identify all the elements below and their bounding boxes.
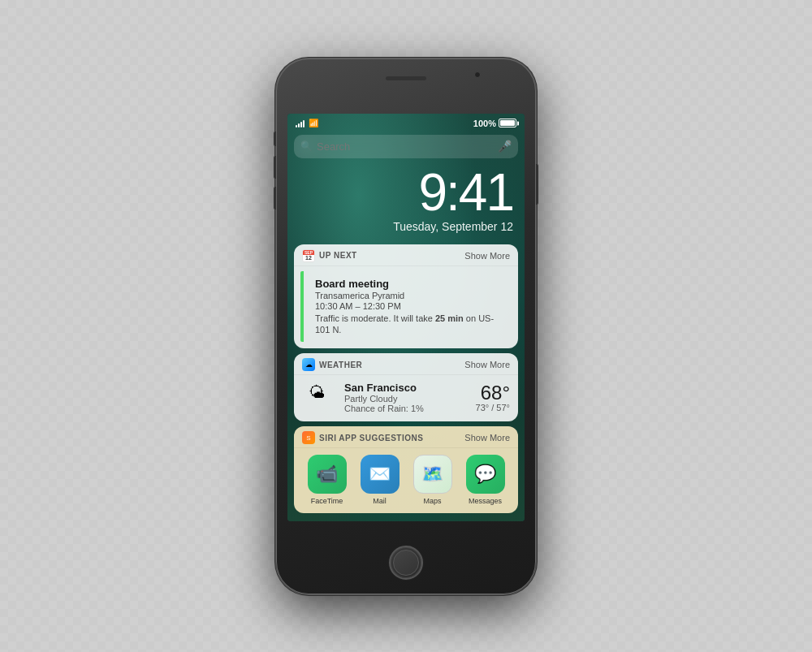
- calendar-show-more-button[interactable]: Show More: [464, 251, 510, 261]
- siri-icon: S: [302, 431, 315, 444]
- status-right: 100%: [473, 119, 516, 128]
- event-location: Transamerica Pyramid: [315, 291, 503, 300]
- power-button[interactable]: [536, 164, 538, 205]
- up-next-label: UP NEXT: [319, 251, 357, 260]
- battery-body: [499, 119, 516, 127]
- battery-icon: [499, 119, 516, 127]
- event-traffic-bold: 25 min: [435, 313, 464, 323]
- calendar-event-content: Board meeting Transamerica Pyramid 10:30…: [300, 271, 512, 343]
- weather-header-left: ☁ WEATHER: [302, 358, 362, 371]
- weather-show-more-button[interactable]: Show More: [464, 360, 510, 369]
- weather-info: San Francisco Partly Cloudy Chance of Ra…: [344, 382, 469, 413]
- calendar-day: 12: [303, 255, 314, 261]
- siri-app-facetime[interactable]: 📹 FaceTime: [308, 455, 347, 505]
- battery-fill: [500, 120, 515, 126]
- front-camera: [474, 71, 481, 78]
- weather-rain-chance: Chance of Rain: 1%: [344, 404, 469, 413]
- clock-time: 9:41: [299, 166, 513, 218]
- weather-card-content: 🌤 San Francisco Partly Cloudy Chance of …: [294, 375, 518, 421]
- weather-icon-area: 🌤: [302, 383, 338, 412]
- siri-app-mail[interactable]: ✉️ Mail: [361, 455, 400, 505]
- signal-bar-2: [298, 123, 300, 127]
- facetime-label: FaceTime: [311, 497, 343, 505]
- home-button[interactable]: [389, 546, 423, 580]
- weather-temperature: 68°: [476, 383, 510, 403]
- mail-label: Mail: [373, 497, 387, 505]
- signal-indicator: [296, 119, 304, 127]
- calendar-header-left: SEP 12 UP NEXT: [302, 249, 357, 262]
- mute-switch[interactable]: [274, 132, 276, 146]
- facetime-icon: 📹: [308, 455, 347, 494]
- clock-date: Tuesday, September 12: [299, 220, 513, 233]
- search-bar[interactable]: 🔍 🎤: [294, 135, 518, 158]
- maps-symbol: 🗺️: [421, 464, 443, 485]
- weather-city: San Francisco: [344, 382, 469, 394]
- volume-up-button[interactable]: [274, 156, 276, 179]
- maps-icon: 🗺️: [413, 455, 452, 494]
- messages-label: Messages: [469, 497, 502, 505]
- siri-app-messages[interactable]: 💬 Messages: [466, 455, 505, 505]
- status-bar: 📶 100%: [287, 114, 525, 132]
- notifications-area: SEP 12 UP NEXT Show More Board meeting T…: [287, 238, 525, 514]
- calendar-icon: SEP 12: [302, 249, 315, 262]
- event-traffic-text-1: Traffic is moderate. It will take: [315, 313, 435, 323]
- siri-label: SIRI APP SUGGESTIONS: [319, 434, 423, 443]
- status-left: 📶: [296, 119, 318, 127]
- mail-symbol: ✉️: [369, 464, 391, 485]
- siri-apps-grid: 📹 FaceTime ✉️ Mail 🗺️: [294, 448, 518, 513]
- siri-show-more-button[interactable]: Show More: [464, 433, 510, 443]
- calendar-card-header: SEP 12 UP NEXT Show More: [294, 244, 518, 266]
- facetime-symbol: 📹: [316, 464, 338, 485]
- weather-high-low: 73° / 57°: [476, 403, 510, 412]
- calendar-notification-card[interactable]: SEP 12 UP NEXT Show More Board meeting T…: [294, 244, 518, 349]
- siri-notification-card[interactable]: S SIRI APP SUGGESTIONS Show More 📹 FaceT…: [294, 426, 518, 513]
- cloud-small-icon: ☁: [305, 361, 313, 369]
- mail-icon: ✉️: [361, 455, 400, 494]
- microphone-icon[interactable]: 🎤: [498, 140, 512, 153]
- signal-bar-3: [300, 122, 302, 127]
- weather-label: WEATHER: [319, 361, 362, 369]
- event-title: Board meeting: [315, 278, 503, 290]
- weather-app-icon: ☁: [302, 358, 315, 371]
- siri-symbol: S: [306, 434, 310, 442]
- messages-icon: 💬: [466, 455, 505, 494]
- phone-screen: 📶 100% 🔍 🎤 9:41: [287, 114, 525, 521]
- phone: 📶 100% 🔍 🎤 9:41: [276, 58, 536, 594]
- weather-condition: Partly Cloudy: [344, 394, 469, 404]
- siri-header-left: S SIRI APP SUGGESTIONS: [302, 431, 423, 444]
- event-time: 10:30 AM – 12:30 PM: [315, 301, 503, 311]
- clock-area: 9:41 Tuesday, September 12: [287, 158, 525, 238]
- weather-card-header: ☁ WEATHER Show More: [294, 353, 518, 375]
- search-input[interactable]: [294, 135, 518, 158]
- weather-notification-card[interactable]: ☁ WEATHER Show More 🌤 San Francisco Part…: [294, 353, 518, 421]
- signal-bar-1: [296, 125, 297, 127]
- wifi-icon: 📶: [309, 119, 318, 127]
- event-traffic: Traffic is moderate. It will take 25 min…: [315, 313, 503, 336]
- siri-card-header: S SIRI APP SUGGESTIONS Show More: [294, 426, 518, 448]
- signal-bar-4: [303, 120, 304, 127]
- weather-temp-area: 68° 73° / 57°: [476, 383, 510, 412]
- messages-symbol: 💬: [474, 464, 496, 485]
- battery-percent-label: 100%: [473, 119, 496, 128]
- home-button-inner: [393, 550, 419, 576]
- phone-body: 📶 100% 🔍 🎤 9:41: [276, 58, 536, 594]
- sun-icon: 🌤: [309, 383, 325, 402]
- maps-label: Maps: [423, 497, 441, 505]
- speaker: [386, 76, 426, 80]
- siri-app-maps[interactable]: 🗺️ Maps: [413, 455, 452, 505]
- volume-down-button[interactable]: [274, 187, 276, 209]
